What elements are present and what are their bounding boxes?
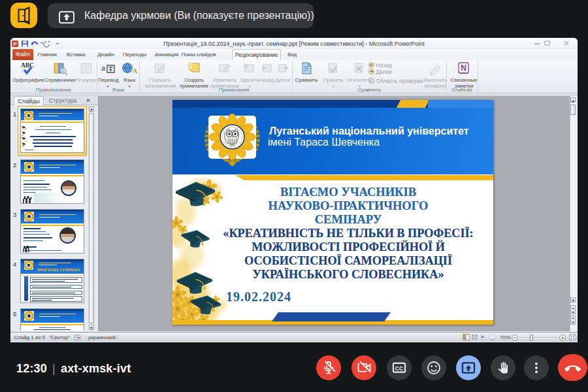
svg-text:ABC: ABC [21, 62, 34, 69]
svg-text:CC: CC [395, 365, 403, 372]
svg-text:a: a [101, 63, 105, 73]
svg-text:N: N [461, 63, 466, 73]
svg-text:A: A [133, 67, 138, 74]
